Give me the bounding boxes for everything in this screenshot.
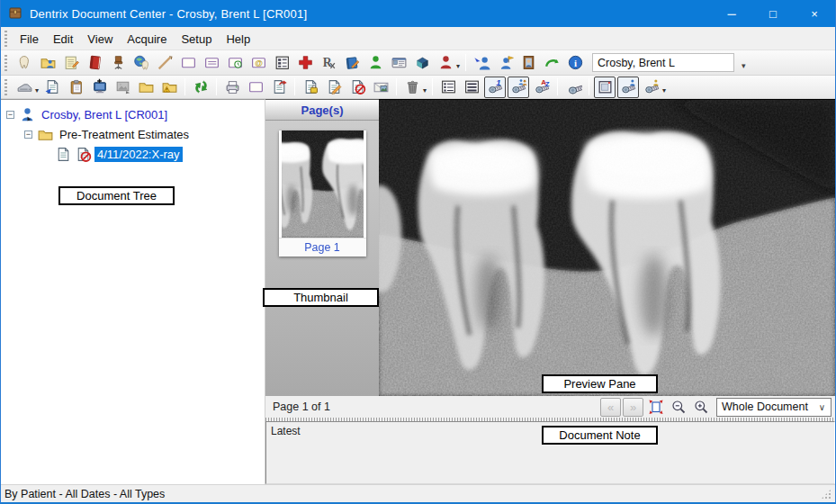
web-patient-chart-icon[interactable] xyxy=(130,52,152,74)
page-thumbnail-image[interactable] xyxy=(282,130,364,238)
menu-edit[interactable]: Edit xyxy=(46,29,80,50)
edit-document-icon[interactable] xyxy=(323,76,345,98)
tree-expander[interactable]: − xyxy=(24,130,32,139)
fit-page-button[interactable] xyxy=(645,398,666,417)
lab-case-manager-icon[interactable] xyxy=(411,52,433,74)
tree-row-0[interactable]: −Crosby, Brent L [CR001] xyxy=(1,104,265,124)
patient-chart-icon[interactable] xyxy=(13,52,35,74)
combo-chevron-icon: ∨ xyxy=(819,402,831,412)
tree-item-label[interactable]: Pre-Treatment Estimates xyxy=(57,127,192,142)
zoom-mode-value: Whole Document xyxy=(722,400,808,413)
screen-capture-icon[interactable] xyxy=(88,76,110,98)
family-file-icon[interactable] xyxy=(37,52,58,74)
print-icon[interactable] xyxy=(221,76,243,98)
window-title: Dentrix Document Center - Crosby, Brent … xyxy=(30,7,307,21)
id-card-icon[interactable] xyxy=(388,52,409,74)
tree-row-2[interactable]: 4/11/2022:X-ray xyxy=(1,144,265,164)
row-view-icon[interactable] xyxy=(461,76,482,98)
open-folder-icon[interactable] xyxy=(135,76,157,98)
toolbar-separator xyxy=(294,78,295,95)
unfiled-documents-icon[interactable] xyxy=(158,76,180,98)
collections-manager-icon[interactable] xyxy=(364,52,386,74)
previous-page-button[interactable]: « xyxy=(600,398,621,417)
patient-info-icon[interactable] xyxy=(564,52,586,74)
toolbar-separator xyxy=(184,78,185,95)
maximize-button[interactable]: □ xyxy=(752,0,794,27)
delete-document-icon-dropdown[interactable]: ▾ xyxy=(423,86,427,94)
acquire-scan-icon-dropdown[interactable]: ▾ xyxy=(35,86,39,94)
print-card-icon[interactable] xyxy=(245,76,266,98)
menu-view[interactable]: View xyxy=(80,29,120,50)
menubar: FileEditViewAcquireSetupHelp xyxy=(1,27,835,50)
search-other-patient-icon-dropdown[interactable]: ▾ xyxy=(662,86,666,94)
delete-page-icon[interactable] xyxy=(346,76,368,98)
select-patient-icon[interactable] xyxy=(471,52,492,74)
search-by-patient-icon[interactable] xyxy=(508,76,529,98)
search-documents-icon[interactable] xyxy=(562,76,584,98)
zoom-mode-select[interactable]: Whole Document ∨ xyxy=(716,398,832,417)
tree-expander[interactable]: − xyxy=(6,111,14,119)
delete-document-icon[interactable] xyxy=(401,76,423,98)
xray-image[interactable] xyxy=(379,100,835,396)
toolbar-modules: ▾ Crosby, Brent L ▾ xyxy=(1,50,835,76)
referral-icon-dropdown[interactable]: ▾ xyxy=(456,62,460,70)
email-document-icon[interactable] xyxy=(370,76,391,98)
perio-probe-icon[interactable] xyxy=(154,52,175,74)
minimize-button[interactable]: ─ xyxy=(711,0,752,27)
menu-file[interactable]: File xyxy=(13,29,46,50)
search-current-patient-icon[interactable] xyxy=(617,76,639,98)
quick-letters-icon[interactable] xyxy=(541,52,562,74)
note-card-icon[interactable] xyxy=(201,52,222,74)
flag-patient-icon[interactable] xyxy=(494,52,516,74)
zoom-in-icon xyxy=(693,399,709,415)
office-manager-icon[interactable] xyxy=(107,52,129,74)
list-view-icon[interactable] xyxy=(437,76,459,98)
treatment-planner-icon[interactable] xyxy=(341,52,363,74)
folder-icon xyxy=(37,126,54,143)
dentrix-document-center-window: Dentrix Document Center - Crosby, Brent … xyxy=(0,0,836,504)
patient-field-dropdown-icon[interactable]: ▾ xyxy=(742,61,746,70)
close-button[interactable]: × xyxy=(794,0,835,27)
export-document-icon[interactable] xyxy=(268,76,290,98)
patient-picture-icon[interactable] xyxy=(517,52,539,74)
import-file-icon[interactable] xyxy=(41,76,63,98)
menu-setup[interactable]: Setup xyxy=(174,29,219,50)
menu-help[interactable]: Help xyxy=(219,29,257,50)
blank-card-icon[interactable] xyxy=(177,52,199,74)
prescriptions-icon[interactable] xyxy=(318,52,339,74)
tree-row-1[interactable]: −Pre-Treatment Estimates xyxy=(1,124,265,144)
statusbar: By Patient - All Dates - All Types xyxy=(1,484,835,502)
appointment-book-icon[interactable] xyxy=(84,52,105,74)
document-security-icon[interactable] xyxy=(300,76,321,98)
toolbar-separator xyxy=(216,78,217,95)
referral-icon[interactable] xyxy=(435,52,456,74)
menu-acquire[interactable]: Acquire xyxy=(120,29,174,50)
page-thumbnail[interactable]: Page 1 xyxy=(279,130,366,256)
search-by-number-icon[interactable] xyxy=(484,76,506,98)
preview-pane[interactable] xyxy=(379,99,835,396)
toolbar2-grip[interactable] xyxy=(4,79,7,95)
paste-icon[interactable] xyxy=(65,76,86,98)
tree-item-label[interactable]: 4/11/2022:X-ray xyxy=(94,147,183,162)
thumbnail-label: Thumbnail xyxy=(263,288,379,307)
email-card-icon[interactable] xyxy=(247,52,269,74)
questionnaire-icon[interactable] xyxy=(271,52,292,74)
acquire-scan-icon[interactable] xyxy=(13,76,35,98)
document-tree-label: Document Tree xyxy=(58,186,175,205)
toggle-preview-pane-icon[interactable] xyxy=(594,76,616,98)
patient-name-field[interactable]: Crosby, Brent L xyxy=(592,53,734,72)
titlebar[interactable]: Dentrix Document Center - Crosby, Brent … xyxy=(1,0,835,27)
search-other-patient-icon[interactable] xyxy=(641,76,662,98)
ledger-icon[interactable] xyxy=(60,52,82,74)
next-page-button[interactable]: » xyxy=(623,398,643,417)
toolbar1-grip[interactable] xyxy=(4,55,7,71)
search-alphabetical-icon[interactable] xyxy=(531,76,553,98)
zoom-in-button[interactable] xyxy=(690,398,711,417)
medical-alert-icon[interactable] xyxy=(294,52,316,74)
pending-card-icon[interactable] xyxy=(224,52,246,74)
zoom-out-button[interactable] xyxy=(668,398,688,417)
tree-item-label[interactable]: Crosby, Brent L [CR001] xyxy=(39,107,170,122)
menubar-grip[interactable] xyxy=(4,31,7,47)
refresh-icon[interactable] xyxy=(190,76,211,98)
import-image-icon[interactable] xyxy=(112,76,133,98)
